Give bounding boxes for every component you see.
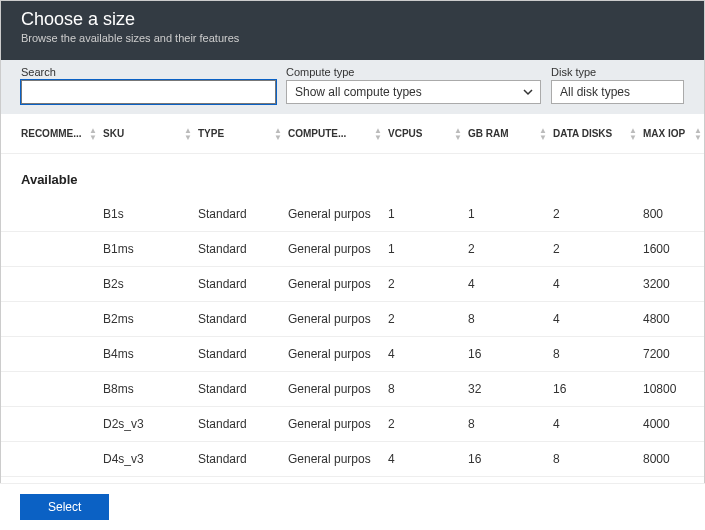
panel-subtitle: Browse the available sizes and their fea… bbox=[21, 32, 684, 44]
compute-type-group: Compute type Show all compute types bbox=[286, 66, 541, 104]
cell-iops: 3200 bbox=[641, 267, 704, 302]
column-label: GB RAM bbox=[468, 128, 509, 139]
column-label: DATA DISKS bbox=[553, 128, 612, 139]
cell-recommended bbox=[1, 442, 101, 477]
sort-icon: ▲▼ bbox=[454, 127, 462, 141]
cell-iops: 800 bbox=[641, 197, 704, 232]
cell-sku: B2s bbox=[101, 267, 196, 302]
cell-type: Standard bbox=[196, 197, 286, 232]
column-header[interactable]: COMPUTE...▲▼ bbox=[286, 114, 386, 154]
chevron-down-icon bbox=[522, 86, 534, 98]
cell-disks: 16 bbox=[551, 372, 641, 407]
cell-vcpus: 2 bbox=[386, 302, 466, 337]
cell-type: Standard bbox=[196, 232, 286, 267]
cell-sku: B1ms bbox=[101, 232, 196, 267]
cell-disks: 4 bbox=[551, 267, 641, 302]
cell-vcpus: 4 bbox=[386, 337, 466, 372]
cell-compute: General purpos bbox=[286, 232, 386, 267]
cell-sku: B2ms bbox=[101, 302, 196, 337]
cell-iops: 10800 bbox=[641, 372, 704, 407]
cell-ram: 16 bbox=[466, 337, 551, 372]
cell-disks: 4 bbox=[551, 407, 641, 442]
cell-compute: General purpos bbox=[286, 302, 386, 337]
table-row[interactable]: B2msStandardGeneral purpos2844800 bbox=[1, 302, 704, 337]
table-row[interactable]: B2sStandardGeneral purpos2443200 bbox=[1, 267, 704, 302]
table-row[interactable]: B8msStandardGeneral purpos8321610800 bbox=[1, 372, 704, 407]
table-row[interactable]: B1msStandardGeneral purpos1221600 bbox=[1, 232, 704, 267]
search-group: Search bbox=[21, 66, 276, 104]
size-table-wrap: RECOMME...▲▼SKU▲▼TYPE▲▼COMPUTE...▲▼VCPUS… bbox=[1, 114, 704, 494]
compute-type-select[interactable]: Show all compute types bbox=[286, 80, 541, 104]
column-label: COMPUTE... bbox=[288, 128, 346, 139]
disk-type-group: Disk type All disk types bbox=[551, 66, 684, 104]
search-input[interactable] bbox=[21, 80, 276, 104]
column-label: MAX IOP bbox=[643, 128, 685, 139]
sort-icon: ▲▼ bbox=[539, 127, 547, 141]
cell-recommended bbox=[1, 267, 101, 302]
cell-type: Standard bbox=[196, 337, 286, 372]
column-header[interactable]: SKU▲▼ bbox=[101, 114, 196, 154]
column-label: RECOMME... bbox=[21, 128, 82, 139]
cell-type: Standard bbox=[196, 302, 286, 337]
disk-type-value: All disk types bbox=[560, 85, 630, 99]
column-header[interactable]: VCPUS▲▼ bbox=[386, 114, 466, 154]
cell-vcpus: 8 bbox=[386, 372, 466, 407]
cell-iops: 4000 bbox=[641, 407, 704, 442]
panel-header: Choose a size Browse the available sizes… bbox=[1, 1, 704, 60]
cell-disks: 2 bbox=[551, 197, 641, 232]
cell-iops: 4800 bbox=[641, 302, 704, 337]
sort-icon: ▲▼ bbox=[374, 127, 382, 141]
table-row[interactable]: D2s_v3StandardGeneral purpos2844000 bbox=[1, 407, 704, 442]
column-header[interactable]: TYPE▲▼ bbox=[196, 114, 286, 154]
cell-vcpus: 1 bbox=[386, 232, 466, 267]
cell-type: Standard bbox=[196, 407, 286, 442]
cell-disks: 2 bbox=[551, 232, 641, 267]
disk-type-select[interactable]: All disk types bbox=[551, 80, 684, 104]
footer: Select bbox=[0, 483, 705, 530]
filter-bar: Search Compute type Show all compute typ… bbox=[1, 60, 704, 114]
sort-icon: ▲▼ bbox=[89, 127, 97, 141]
cell-vcpus: 2 bbox=[386, 267, 466, 302]
search-label: Search bbox=[21, 66, 276, 78]
cell-recommended bbox=[1, 372, 101, 407]
cell-ram: 8 bbox=[466, 407, 551, 442]
cell-recommended bbox=[1, 197, 101, 232]
cell-sku: B4ms bbox=[101, 337, 196, 372]
column-label: VCPUS bbox=[388, 128, 422, 139]
table-row[interactable]: D4s_v3StandardGeneral purpos41688000 bbox=[1, 442, 704, 477]
column-label: TYPE bbox=[198, 128, 224, 139]
column-header[interactable]: DATA DISKS▲▼ bbox=[551, 114, 641, 154]
sort-icon: ▲▼ bbox=[274, 127, 282, 141]
cell-compute: General purpos bbox=[286, 337, 386, 372]
group-row-available: Available bbox=[1, 154, 704, 198]
cell-recommended bbox=[1, 302, 101, 337]
table-header-row: RECOMME...▲▼SKU▲▼TYPE▲▼COMPUTE...▲▼VCPUS… bbox=[1, 114, 704, 154]
cell-recommended bbox=[1, 232, 101, 267]
cell-disks: 8 bbox=[551, 337, 641, 372]
panel-title: Choose a size bbox=[21, 9, 684, 30]
column-label: SKU bbox=[103, 128, 124, 139]
table-row[interactable]: B4msStandardGeneral purpos41687200 bbox=[1, 337, 704, 372]
column-header[interactable]: RECOMME...▲▼ bbox=[1, 114, 101, 154]
cell-type: Standard bbox=[196, 442, 286, 477]
cell-disks: 8 bbox=[551, 442, 641, 477]
select-button[interactable]: Select bbox=[20, 494, 109, 520]
table-row[interactable]: B1sStandardGeneral purpos112800 bbox=[1, 197, 704, 232]
cell-sku: D4s_v3 bbox=[101, 442, 196, 477]
cell-vcpus: 4 bbox=[386, 442, 466, 477]
cell-vcpus: 2 bbox=[386, 407, 466, 442]
cell-compute: General purpos bbox=[286, 197, 386, 232]
cell-vcpus: 1 bbox=[386, 197, 466, 232]
column-header[interactable]: MAX IOP▲▼ bbox=[641, 114, 704, 154]
cell-ram: 1 bbox=[466, 197, 551, 232]
compute-type-label: Compute type bbox=[286, 66, 541, 78]
column-header[interactable]: GB RAM▲▼ bbox=[466, 114, 551, 154]
cell-type: Standard bbox=[196, 267, 286, 302]
cell-compute: General purpos bbox=[286, 407, 386, 442]
cell-recommended bbox=[1, 337, 101, 372]
size-table: RECOMME...▲▼SKU▲▼TYPE▲▼COMPUTE...▲▼VCPUS… bbox=[1, 114, 704, 477]
cell-compute: General purpos bbox=[286, 372, 386, 407]
cell-ram: 4 bbox=[466, 267, 551, 302]
sort-icon: ▲▼ bbox=[694, 127, 702, 141]
group-label: Available bbox=[1, 154, 704, 198]
